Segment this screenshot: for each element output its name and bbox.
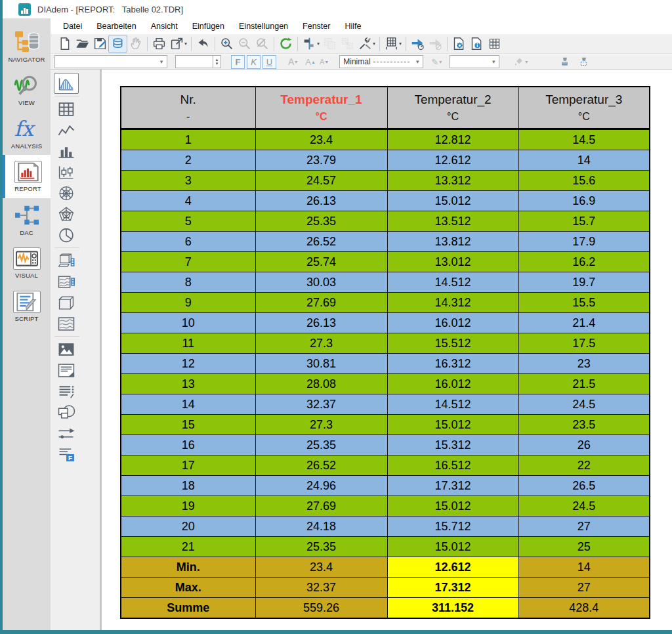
diadem-logo-icon (18, 3, 31, 16)
page-grid-icon[interactable] (486, 35, 503, 53)
ungroup-objects-icon[interactable] (339, 35, 356, 53)
page-settings-icon[interactable] (450, 35, 468, 53)
page-info-icon[interactable] (468, 35, 486, 53)
summary-label: Min. (121, 557, 255, 578)
export-icon[interactable] (168, 35, 186, 53)
table-row: 1726.5216.51222 (121, 455, 650, 476)
display-3d-icon[interactable] (54, 251, 78, 270)
table-cell: 15.512 (387, 333, 518, 354)
table-grid-icon[interactable] (54, 99, 78, 119)
menu-item-fenster[interactable]: Fenster (295, 20, 337, 33)
text-block-icon[interactable] (54, 360, 78, 380)
line-style-combo[interactable]: Minimal ▾ (339, 55, 423, 68)
table-cell: 28.08 (255, 374, 387, 394)
table-cell: 17 (121, 455, 255, 476)
table-cell: 17.312 (387, 476, 518, 496)
table-cell: 8 (121, 272, 255, 293)
table-cell: 3 (121, 171, 255, 191)
image-icon[interactable] (54, 339, 78, 359)
contour-3d-icon[interactable] (54, 272, 78, 291)
save-edit-icon[interactable] (91, 35, 109, 53)
toolbar-separator (406, 37, 406, 51)
insert-table-icon[interactable] (383, 35, 400, 53)
sidebar-item-dac[interactable]: DAC (3, 198, 51, 242)
table-cell: 21 (121, 537, 255, 557)
table-row: 1432.3714.51224.5 (121, 394, 650, 415)
table-cell: 22 (518, 455, 650, 476)
print-icon[interactable] (150, 35, 168, 53)
table-cell: 19 (121, 496, 255, 517)
table-body: 123.412.81214.5223.7912.61214324.5713.31… (121, 129, 650, 557)
radar-chart-icon[interactable] (54, 204, 78, 224)
font-size-stepper[interactable]: ▲▼ (213, 55, 221, 68)
undo-icon[interactable] (194, 35, 212, 53)
table-cell: 24.18 (255, 517, 387, 537)
grow-font-button[interactable]: A▲ (305, 57, 316, 67)
sidebar-item-navigator[interactable]: NAVIGATOR (3, 25, 51, 68)
line-color-pen-button[interactable]: ✎▾ (431, 57, 442, 67)
bar-chart-icon[interactable] (54, 141, 78, 161)
new-document-icon[interactable] (56, 35, 74, 53)
box-plot-icon[interactable] (54, 162, 78, 182)
menu-item-bearbeiten[interactable]: Bearbeiten (89, 20, 143, 33)
menu-item-einstellungen[interactable]: Einstellungen (232, 20, 295, 33)
list-text-icon[interactable] (54, 381, 78, 401)
arrow-line-icon[interactable] (54, 423, 78, 443)
report-page[interactable]: Nr.-Temperatur_1°CTemperatur_2°CTemperat… (102, 70, 672, 630)
open-folder-icon[interactable] (74, 35, 91, 53)
sidebar-item-script[interactable]: SCRIPT (3, 285, 51, 328)
contour-map-icon[interactable] (54, 314, 78, 333)
table-row: 927.6914.31215.5 (121, 293, 650, 313)
font-size-field[interactable] (175, 55, 213, 68)
table-cell: 14.5 (518, 129, 650, 150)
data-view-icon[interactable] (109, 35, 127, 53)
summary-row-summe: Summe559.26311.152428.4 (121, 598, 650, 619)
sidebar-item-analysis[interactable]: fxANALYSIS (3, 112, 51, 155)
underline-button[interactable]: U (262, 55, 276, 69)
fill-color-bucket-button[interactable]: ▾ (514, 56, 528, 67)
shrink-font-button[interactable]: A▼ (320, 58, 329, 66)
refresh-icon[interactable] (277, 35, 295, 53)
format-painter-icon[interactable] (559, 56, 570, 68)
sidebar-item-visual[interactable]: VISUAL (3, 242, 51, 285)
align-objects-icon[interactable] (301, 35, 318, 53)
sidebar-item-report[interactable]: REPORT (3, 155, 51, 198)
sidebar-item-view[interactable]: VIEW (3, 68, 51, 112)
menu-item-datei[interactable]: Datei (56, 20, 89, 33)
table-cell: 13.312 (387, 171, 518, 191)
font-color-button[interactable]: A▾ (288, 56, 297, 67)
table-cell: 16.012 (387, 374, 518, 394)
stop-measurement-icon[interactable] (427, 35, 444, 53)
zoom-out-icon[interactable] (236, 35, 253, 53)
hand-select-icon[interactable] (127, 35, 144, 53)
table-cell: 11 (121, 333, 255, 354)
pie-chart-icon[interactable] (54, 225, 78, 245)
curve-chart-icon[interactable] (54, 120, 78, 140)
menu-item-ansicht[interactable]: Ansicht (144, 20, 185, 33)
format-painter-options-icon[interactable] (578, 56, 589, 68)
polar-chart-icon[interactable] (54, 183, 78, 203)
bold-button[interactable]: F (231, 55, 245, 69)
table-cell: 25.35 (255, 537, 387, 557)
italic-button[interactable]: K (247, 55, 261, 69)
zoom-in-icon[interactable] (218, 35, 236, 53)
group-objects-icon[interactable] (321, 35, 339, 53)
formula-text-icon[interactable]: F (54, 444, 78, 464)
menu-item-hilfe[interactable]: Hilfe (337, 20, 368, 33)
table-row: 1625.3515.31226 (121, 435, 650, 455)
table-row: 324.5713.31215.6 (121, 171, 650, 191)
table-cell: 15.012 (387, 191, 518, 211)
column-name: Nr. (121, 93, 255, 107)
font-family-combo[interactable]: ▾ (54, 55, 167, 68)
data-table[interactable]: Nr.-Temperatur_1°CTemperatur_2°CTemperat… (120, 86, 650, 619)
tools-icon[interactable] (356, 35, 374, 53)
axes-3d-icon[interactable] (54, 293, 78, 312)
histogram-chart-icon[interactable] (54, 74, 78, 93)
table-row: 1527.315.01223.5 (121, 415, 650, 435)
zoom-reset-icon[interactable] (253, 35, 271, 53)
run-measurement-icon[interactable] (409, 35, 427, 53)
menu-item-einfügen[interactable]: Einfügen (185, 20, 232, 33)
shapes-icon[interactable] (54, 402, 78, 422)
fill-style-combo[interactable]: ▾ (450, 55, 499, 68)
menu-bar: DateiBearbeitenAnsichtEinfügenEinstellun… (51, 18, 672, 34)
